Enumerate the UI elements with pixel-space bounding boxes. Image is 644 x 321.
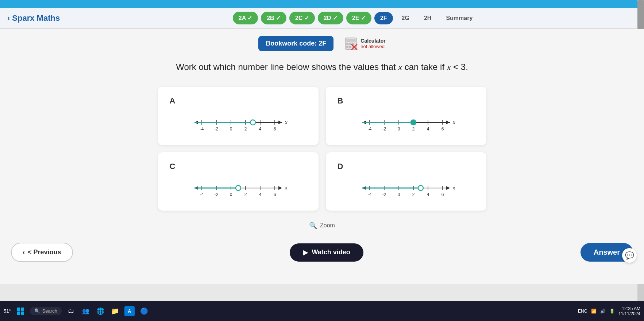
number-line-grid: A -4 — [158, 87, 486, 211]
svg-text:6: 6 — [441, 192, 444, 197]
bottom-bar: ‹ < Previous ▶ Watch video Answer — [0, 243, 644, 262]
search-icon: 🔍 — [34, 308, 40, 314]
svg-rect-2 — [346, 43, 348, 45]
svg-rect-83 — [21, 308, 24, 311]
svg-rect-84 — [17, 312, 20, 315]
calculator-icon — [344, 37, 358, 50]
svg-text:2: 2 — [244, 126, 247, 132]
svg-text:4: 4 — [427, 192, 429, 197]
taskbar-teams[interactable]: 👥 — [81, 306, 91, 316]
tab-2G[interactable]: 2G — [396, 12, 415, 24]
taskbar-browser[interactable]: 🔵 — [139, 306, 149, 316]
previous-button[interactable]: ‹ < Previous — [11, 243, 73, 262]
svg-text:0: 0 — [230, 126, 232, 132]
taskbar-time: 12:25 AM 11/11/2024 — [618, 306, 640, 316]
svg-text:2: 2 — [412, 192, 414, 197]
svg-rect-82 — [17, 308, 20, 311]
tab-2A[interactable]: 2A ✓ — [233, 12, 258, 24]
taskbar-right: ENG 📶 🔊 🔋 12:25 AM 11/11/2024 — [578, 306, 640, 316]
taskbar-store[interactable]: A — [124, 306, 135, 316]
svg-text:6: 6 — [273, 126, 276, 132]
bookwork-code: Bookwork code: 2F — [258, 36, 333, 51]
svg-text:-4: -4 — [367, 126, 371, 132]
svg-marker-65 — [446, 186, 450, 190]
search-bar[interactable]: 🔍 Search — [30, 307, 62, 315]
date-display: 11/11/2024 — [618, 311, 640, 316]
tab-2D[interactable]: 2D ✓ — [318, 12, 343, 24]
svg-point-45 — [411, 120, 416, 125]
nl-label-B: B — [338, 96, 475, 106]
nl-label-C: C — [170, 162, 307, 171]
tab-2C[interactable]: 2C ✓ — [289, 12, 315, 24]
svg-text:-4: -4 — [367, 192, 371, 197]
svg-marker-11 — [278, 121, 282, 124]
tab-nav: 2A ✓ 2B ✓ 2C ✓ 2D ✓ 2E ✓ 2F 2G 2H Summar… — [74, 12, 637, 24]
zoom-label: Zoom — [320, 222, 335, 229]
zoom-button[interactable]: 🔍 Zoom — [309, 222, 335, 230]
svg-text:x: x — [285, 120, 288, 125]
watch-video-button[interactable]: ▶ Watch video — [290, 243, 363, 262]
svg-text:-4: -4 — [200, 192, 204, 197]
question-text: Work out which number line below shows t… — [22, 62, 622, 72]
header: ‹ Sparx Maths 2A ✓ 2B ✓ 2C ✓ 2D ✓ 2E ✓ 2… — [0, 8, 644, 29]
nl-svg-wrap-A: -4 -2 0 2 4 6 x — [170, 111, 307, 133]
svg-text:6: 6 — [273, 192, 276, 197]
svg-point-27 — [250, 120, 255, 125]
tab-summary[interactable]: Summary — [440, 12, 478, 24]
zoom-row: 🔍 Zoom — [22, 222, 622, 230]
nl-svg-wrap-C: -4 -2 0 2 4 6 x — [170, 177, 307, 199]
zoom-icon: 🔍 — [309, 222, 317, 230]
number-line-card-B[interactable]: B -4 -2 0 2 4 6 — [326, 87, 486, 145]
info-row: Bookwork code: 2F Calculato — [22, 36, 622, 51]
svg-text:4: 4 — [427, 126, 429, 132]
calculator-info: Calculator not allowed — [344, 37, 385, 50]
svg-text:x: x — [452, 185, 455, 191]
number-line-card-C[interactable]: C -4 -2 0 2 4 6 — [158, 152, 319, 211]
svg-text:-2: -2 — [382, 126, 386, 132]
tab-2E[interactable]: 2E ✓ — [346, 12, 371, 24]
taskbar-widgets[interactable]: 🗂 — [66, 306, 76, 316]
svg-text:x: x — [285, 185, 288, 191]
time-display: 12:25 AM — [618, 306, 640, 311]
tab-2H[interactable]: 2H — [418, 12, 437, 24]
svg-text:0: 0 — [230, 192, 232, 197]
chat-icon[interactable]: 💬 — [622, 248, 637, 263]
svg-marker-47 — [278, 186, 282, 190]
svg-text:-2: -2 — [382, 192, 386, 197]
svg-rect-3 — [349, 43, 351, 45]
brand[interactable]: ‹ Sparx Maths — [7, 13, 60, 23]
svg-text:4: 4 — [259, 126, 261, 132]
svg-text:6: 6 — [441, 126, 444, 132]
calculator-text: Calculator not allowed — [360, 38, 385, 49]
taskbar-left: 51° 🔍 Search 🗂 👥 🌐 📁 A 🔵 — [4, 306, 149, 316]
taskbar-files[interactable]: 📁 — [110, 306, 120, 316]
svg-rect-85 — [21, 312, 24, 315]
svg-rect-5 — [346, 46, 348, 48]
svg-marker-29 — [446, 121, 450, 124]
tab-2F[interactable]: 2F — [374, 12, 393, 24]
taskbar-edge[interactable]: 🌐 — [95, 306, 105, 316]
svg-text:0: 0 — [397, 126, 400, 132]
nl-svg-wrap-B: -4 -2 0 2 4 6 x — [338, 111, 475, 133]
number-line-card-A[interactable]: A -4 — [158, 87, 319, 145]
svg-point-81 — [418, 185, 423, 191]
svg-rect-6 — [349, 46, 351, 48]
svg-text:-4: -4 — [200, 126, 204, 132]
svg-text:x: x — [452, 120, 455, 125]
temperature: 51° — [4, 308, 11, 314]
scrollbar-thumb[interactable] — [637, 0, 644, 29]
nl-label-A: A — [170, 96, 307, 106]
lang-label: ENG — [578, 309, 587, 314]
windows-icon[interactable] — [15, 306, 26, 316]
calculator-sublabel: not allowed — [360, 44, 385, 49]
svg-text:4: 4 — [259, 192, 261, 197]
nl-svg-wrap-D: -4 -2 0 2 4 6 x — [338, 177, 475, 199]
main-content: Bookwork code: 2F Calculato — [0, 29, 644, 284]
tab-2B[interactable]: 2B ✓ — [261, 12, 286, 24]
nl-label-D: D — [338, 162, 475, 171]
number-line-card-D[interactable]: D -4 -2 0 2 4 6 — [326, 152, 486, 211]
svg-text:2: 2 — [412, 126, 414, 132]
prev-chevron: ‹ — [23, 248, 25, 256]
svg-text:0: 0 — [397, 192, 400, 197]
svg-point-63 — [236, 185, 241, 191]
